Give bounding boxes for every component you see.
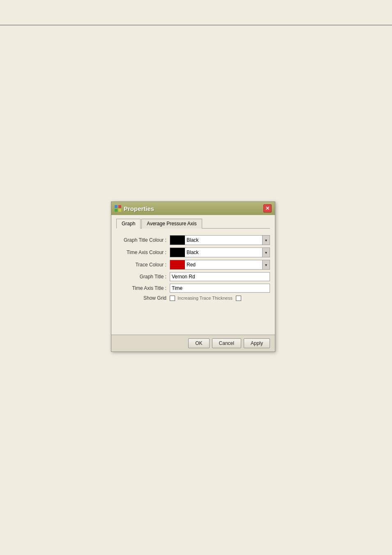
time-axis-colour-arrow[interactable]: ▾ xyxy=(262,248,270,257)
time-axis-colour-row: Time Axis Colour : Black ▾ xyxy=(116,247,270,257)
svg-rect-3 xyxy=(118,209,121,212)
trace-colour-label: Trace Colour : xyxy=(116,262,170,268)
dialog-footer: OK Cancel Apply xyxy=(111,335,275,352)
graph-title-colour-select[interactable]: Black ▾ xyxy=(170,235,270,245)
graph-title-control xyxy=(170,272,270,281)
trace-thickness-checkbox[interactable] xyxy=(236,296,241,301)
dialog-title-left: Properties xyxy=(115,205,154,212)
top-border xyxy=(0,25,392,25)
increasing-trace-thickness-label: Increasing Trace Thickness xyxy=(178,296,233,301)
grid-controls: Increasing Trace Thickness xyxy=(170,296,270,301)
graph-title-colour-control: Black ▾ xyxy=(170,235,270,245)
properties-dialog: Properties ✕ Graph Average Pressure Axis… xyxy=(111,201,275,352)
time-axis-title-label: Time Axis Title : xyxy=(116,285,170,291)
dialog-title: Properties xyxy=(124,205,154,212)
svg-rect-0 xyxy=(115,205,118,208)
show-grid-row: Show Grid Increasing Trace Thickness xyxy=(116,295,270,301)
properties-icon xyxy=(115,205,121,212)
trace-colour-arrow[interactable]: ▾ xyxy=(262,260,270,269)
show-grid-label: Show Grid xyxy=(116,295,170,301)
trace-colour-row: Trace Colour : Red ▾ xyxy=(116,260,270,270)
tab-graph[interactable]: Graph xyxy=(116,219,141,229)
time-axis-colour-label: Time Axis Colour : xyxy=(116,250,170,255)
graph-title-input[interactable] xyxy=(170,272,270,281)
trace-colour-text: Red xyxy=(185,261,262,268)
graph-title-colour-label: Graph Title Colour : xyxy=(116,237,170,243)
tab-bar: Graph Average Pressure Axis xyxy=(116,218,270,229)
trace-colour-control: Red ▾ xyxy=(170,260,270,270)
trace-colour-swatch xyxy=(170,260,185,269)
svg-rect-1 xyxy=(118,205,121,208)
trace-colour-select[interactable]: Red ▾ xyxy=(170,260,270,270)
time-axis-title-row: Time Axis Title : xyxy=(116,284,270,293)
svg-rect-2 xyxy=(115,209,118,212)
time-axis-colour-text: Black xyxy=(185,249,262,256)
graph-title-colour-swatch xyxy=(170,236,185,245)
close-button[interactable]: ✕ xyxy=(263,204,272,213)
time-axis-title-control xyxy=(170,284,270,293)
dialog-content: Graph Average Pressure Axis Graph Title … xyxy=(111,215,275,335)
show-grid-checkbox[interactable] xyxy=(170,296,175,301)
graph-title-row: Graph Title : xyxy=(116,272,270,281)
time-axis-title-input[interactable] xyxy=(170,284,270,293)
ok-button[interactable]: OK xyxy=(188,338,209,348)
time-axis-colour-control: Black ▾ xyxy=(170,247,270,257)
time-axis-colour-swatch xyxy=(170,248,185,257)
graph-title-colour-row: Graph Title Colour : Black ▾ xyxy=(116,235,270,245)
dialog-titlebar: Properties ✕ xyxy=(111,202,275,215)
apply-button[interactable]: Apply xyxy=(244,338,270,348)
form-area: Graph Title Colour : Black ▾ Time Axis C… xyxy=(116,234,270,305)
tab-average-pressure-axis[interactable]: Average Pressure Axis xyxy=(141,219,202,229)
spacer xyxy=(116,305,270,330)
graph-title-label: Graph Title : xyxy=(116,274,170,280)
graph-title-colour-arrow[interactable]: ▾ xyxy=(262,236,270,245)
cancel-button[interactable]: Cancel xyxy=(212,338,241,348)
graph-title-colour-text: Black xyxy=(185,236,262,244)
time-axis-colour-select[interactable]: Black ▾ xyxy=(170,247,270,257)
